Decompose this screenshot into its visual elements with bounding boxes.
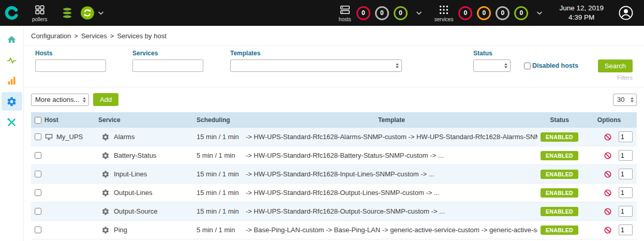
- column-header-host[interactable]: Host: [44, 116, 98, 124]
- options-count-input[interactable]: [619, 169, 633, 179]
- select-all-cell: [31, 117, 44, 124]
- no-entry-icon[interactable]: [604, 152, 612, 160]
- sidebar-item-home[interactable]: [2, 30, 22, 49]
- search-button[interactable]: Search: [598, 59, 633, 72]
- services-filter-input[interactable]: [132, 59, 203, 72]
- breadcrumb-item[interactable]: Configuration: [31, 32, 71, 40]
- hosts-filter-input[interactable]: [35, 59, 106, 72]
- service-cell: Battery-Status: [98, 152, 197, 160]
- row-checkbox[interactable]: [35, 189, 41, 196]
- status-counter-badge[interactable]: 0: [375, 6, 389, 20]
- scheduling-cell: 15 min / 1 min: [197, 207, 246, 215]
- disabled-hosts-toggle[interactable]: Disabled hosts: [524, 62, 578, 69]
- breadcrumb-item[interactable]: Services by host: [117, 32, 166, 40]
- pollers-menu[interactable]: pollers: [32, 4, 47, 22]
- user-icon[interactable]: [618, 5, 634, 21]
- options-count-input[interactable]: [619, 187, 633, 198]
- service-name[interactable]: Alarms: [114, 133, 134, 141]
- database-icon[interactable]: [61, 6, 74, 20]
- breadcrumb-separator: >: [74, 32, 78, 40]
- status-badge: ENABLED: [541, 151, 578, 160]
- scheduling-cell: 5 min / 1 min: [197, 152, 246, 159]
- services-filter-label: Services: [132, 50, 203, 57]
- service-name[interactable]: Ping: [114, 226, 127, 234]
- host-icon: [44, 132, 53, 141]
- options-cell: [581, 224, 637, 235]
- gear-icon: [101, 170, 110, 178]
- row-checkbox[interactable]: [35, 152, 41, 159]
- gear-icon: [101, 133, 110, 141]
- page-size-select[interactable]: 30: [613, 94, 637, 106]
- chevron-down-icon[interactable]: [535, 9, 544, 17]
- add-button[interactable]: Add: [93, 93, 118, 106]
- column-header-scheduling[interactable]: Scheduling: [197, 116, 246, 124]
- status-badge: ENABLED: [541, 207, 578, 216]
- breadcrumb-item[interactable]: Services: [81, 32, 107, 40]
- status-counter-badge[interactable]: 0: [514, 6, 528, 20]
- status-cell: ENABLED: [537, 151, 581, 160]
- options-count-input[interactable]: [619, 206, 633, 217]
- no-entry-icon[interactable]: [604, 226, 612, 234]
- row-checkbox[interactable]: [35, 133, 41, 140]
- status-counter-badge[interactable]: 0: [356, 6, 370, 20]
- row-checkbox[interactable]: [35, 227, 41, 233]
- breadcrumb: Configuration>Services>Services by host: [24, 26, 644, 45]
- select-all-checkbox[interactable]: [35, 117, 41, 124]
- home-icon: [6, 34, 17, 45]
- no-entry-icon[interactable]: [604, 189, 612, 197]
- status-cell: ENABLED: [537, 188, 581, 198]
- disabled-hosts-checkbox[interactable]: [524, 63, 531, 69]
- no-entry-icon[interactable]: [604, 207, 612, 216]
- status-counter-badge[interactable]: 0: [458, 6, 472, 20]
- service-name[interactable]: Input-Lines: [114, 170, 147, 178]
- template-cell: -> Base-Ping-LAN-custom -> Base-Ping-LAN…: [246, 226, 537, 234]
- sidebar-item-reporting[interactable]: [2, 71, 22, 90]
- column-header-status[interactable]: Status: [537, 116, 581, 124]
- row-checkbox[interactable]: [35, 208, 41, 215]
- row-checkbox-cell: [31, 208, 44, 215]
- status-counter-badge[interactable]: 0: [496, 6, 510, 20]
- chevron-down-icon[interactable]: [97, 9, 105, 17]
- sidebar-item-monitoring[interactable]: [2, 51, 22, 69]
- options-count-input[interactable]: [619, 224, 633, 235]
- row-checkbox[interactable]: [35, 171, 41, 177]
- options-cell: [581, 131, 637, 142]
- template-cell: -> HW-UPS-Standard-Rfc1628-Alarms-SNMP-c…: [246, 133, 537, 141]
- service-name[interactable]: Output-Lines: [114, 189, 152, 197]
- status-cell: ENABLED: [537, 207, 581, 216]
- column-header-service[interactable]: Service: [98, 116, 197, 124]
- breadcrumb-separator: >: [110, 32, 114, 40]
- sync-icon[interactable]: [80, 6, 95, 20]
- hosts-label: hosts: [339, 17, 351, 22]
- column-header-template[interactable]: Template: [246, 116, 537, 124]
- hosts-menu[interactable]: hosts: [339, 4, 351, 22]
- pollers-label: pollers: [32, 17, 47, 22]
- service-name[interactable]: Output-Source: [114, 207, 158, 215]
- no-entry-icon[interactable]: [604, 133, 612, 141]
- services-label: services: [435, 17, 454, 22]
- templates-select[interactable]: [230, 59, 402, 72]
- services-menu[interactable]: services: [435, 4, 454, 22]
- status-select[interactable]: [473, 59, 511, 72]
- status-counter-badge[interactable]: 0: [477, 6, 491, 20]
- select-arrows-icon: [396, 63, 399, 68]
- more-actions-select[interactable]: More actions...: [31, 94, 89, 106]
- status-badge: ENABLED: [541, 132, 578, 142]
- sidebar-item-configuration[interactable]: [2, 92, 22, 111]
- service-name[interactable]: Battery-Status: [114, 152, 156, 159]
- options-count-input[interactable]: [619, 131, 633, 142]
- row-checkbox-cell: [31, 189, 44, 196]
- host-name[interactable]: My_UPS: [56, 133, 83, 141]
- centreon-logo[interactable]: [0, 0, 24, 26]
- filters-toggle[interactable]: Filters: [617, 74, 633, 81]
- status-counter-badge[interactable]: 0: [394, 6, 408, 20]
- column-header-options[interactable]: Options: [581, 116, 637, 124]
- table-row: My_UPS Alarms 15 min / 1 min -> HW-UPS-S…: [31, 128, 637, 146]
- chevron-down-icon[interactable]: [415, 9, 423, 17]
- gear-icon: [6, 96, 17, 107]
- no-entry-icon[interactable]: [604, 170, 612, 178]
- sidebar-item-administration[interactable]: [2, 113, 22, 131]
- hosts-filter-label: Hosts: [35, 50, 106, 57]
- template-cell: -> HW-UPS-Standard-Rfc1628-Battery-Statu…: [246, 152, 537, 159]
- options-count-input[interactable]: [619, 150, 633, 161]
